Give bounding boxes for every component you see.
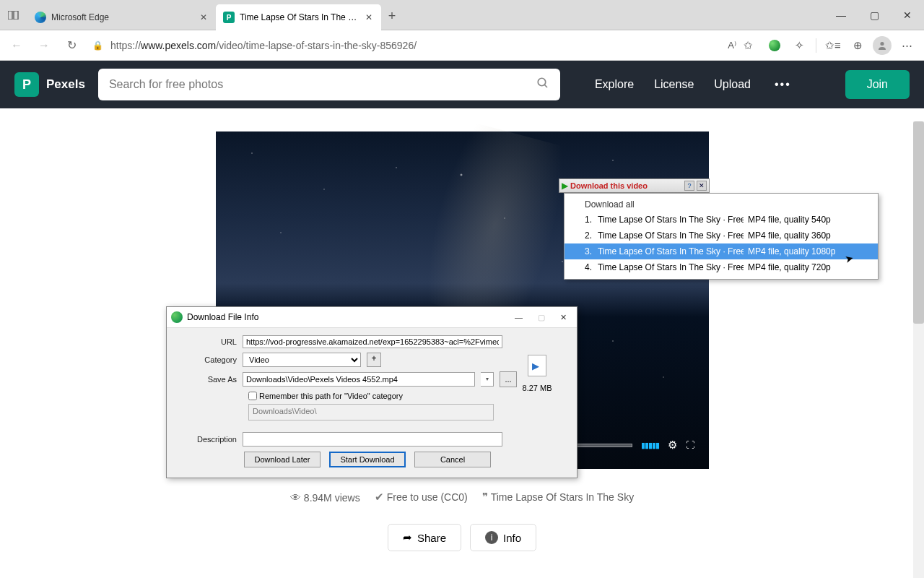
edge-logo-icon	[35, 12, 46, 23]
idm-app-icon	[171, 311, 183, 323]
volume-icon[interactable]: ▮▮▮▮▮	[641, 441, 659, 450]
download-later-button[interactable]: Download Later	[244, 452, 321, 467]
play-icon: ▶	[562, 181, 568, 191]
window-controls: — ▢ ✕	[824, 0, 924, 30]
license-stat: ✔Free to use (CC0)	[375, 491, 468, 504]
favorites-star-icon[interactable]: ✩	[744, 39, 753, 52]
download-file-info-dialog: Download File Info — ▢ ✕ URL Category Vi…	[166, 306, 578, 478]
profile-avatar[interactable]	[871, 35, 894, 56]
action-buttons: ➦Share iInfo	[388, 524, 536, 551]
fullscreen-icon[interactable]: ⛶	[686, 440, 694, 450]
svg-rect-1	[14, 11, 18, 20]
browse-button[interactable]: ...	[500, 371, 517, 387]
svg-rect-0	[8, 11, 12, 20]
vertical-scrollbar[interactable]	[913, 121, 924, 578]
pexels-logo-text: Pexels	[46, 77, 85, 92]
idm-download-menu: Download all 1.Time Lapse Of Stars In Th…	[564, 193, 879, 280]
browser-tab-edge[interactable]: Microsoft Edge ✕	[27, 4, 216, 30]
nav-explore[interactable]: Explore	[595, 78, 634, 91]
minimize-button[interactable]: —	[824, 0, 858, 30]
read-aloud-icon[interactable]: A⁾	[728, 40, 736, 51]
tab-title: Microsoft Edge	[51, 12, 109, 22]
tab-title: Time Lapse Of Stars In The Sky ·	[240, 12, 359, 22]
pexels-logo-icon: P	[14, 72, 39, 97]
video-meta-row: 👁8.94M views ✔Free to use (CC0) ❞Time La…	[290, 491, 634, 504]
svg-point-3	[538, 78, 546, 86]
dialog-close-button[interactable]: ✕	[554, 313, 572, 322]
start-download-button[interactable]: Start Download	[329, 452, 406, 467]
idm-menu-item[interactable]: 3.Time Lapse Of Stars In The Sky · Free …	[565, 243, 878, 259]
toolbar-right: ✧ ✩≡ ⊕ ⋯	[763, 35, 918, 56]
header-nav: Explore License Upload	[595, 78, 751, 91]
idm-help-button[interactable]: ?	[684, 181, 694, 191]
settings-gear-icon[interactable]: ⚙	[668, 439, 677, 452]
forward-button[interactable]: →	[33, 35, 55, 56]
category-label: Category	[175, 355, 237, 364]
separator	[816, 38, 816, 53]
share-icon: ➦	[403, 531, 412, 544]
save-as-input[interactable]	[243, 372, 475, 387]
idm-download-bar[interactable]: ▶ Download this video ? ✕	[559, 178, 710, 193]
save-as-dropdown[interactable]: ▾	[481, 372, 494, 387]
overflow-menu-button[interactable]: ⋯	[895, 35, 918, 56]
url-label: URL	[175, 337, 237, 346]
file-type-icon	[528, 355, 546, 376]
file-preview: 8.27 MB	[518, 355, 557, 392]
window-titlebar: Microsoft Edge ✕ P Time Lapse Of Stars I…	[0, 0, 924, 30]
search-input[interactable]	[109, 78, 536, 91]
dialog-titlebar[interactable]: Download File Info — ▢ ✕	[167, 307, 577, 328]
idm-menu-item[interactable]: 2.Time Lapse Of Stars In The Sky · Free …	[565, 228, 878, 243]
lock-icon: 🔒	[92, 40, 103, 51]
idm-menu-item[interactable]: 4.Time Lapse Of Stars In The Sky · Free …	[565, 259, 878, 275]
idm-bar-title: Download this video	[570, 181, 682, 190]
extensions-icon[interactable]: ✧	[788, 35, 811, 56]
pexels-favicon-icon: P	[223, 12, 235, 23]
browser-toolbar: ← → ↻ 🔒 https://www.pexels.com/video/tim…	[0, 30, 924, 61]
refresh-button[interactable]: ↻	[61, 35, 82, 56]
address-bar[interactable]: 🔒 https://www.pexels.com/video/time-laps…	[88, 35, 757, 56]
header-more-button[interactable]: •••	[775, 78, 791, 91]
idm-extension-icon[interactable]	[763, 35, 786, 56]
url-input[interactable]	[243, 335, 502, 348]
file-size-text: 8.27 MB	[518, 384, 557, 392]
collections-icon[interactable]: ⊕	[846, 35, 869, 56]
info-button[interactable]: iInfo	[470, 524, 536, 551]
add-category-button[interactable]: +	[367, 353, 381, 367]
dialog-maximize-button[interactable]: ▢	[532, 313, 550, 322]
back-button[interactable]: ←	[6, 35, 27, 56]
scroll-thumb[interactable]	[913, 121, 924, 324]
description-label: Description	[175, 435, 237, 444]
tab-close-button[interactable]: ✕	[364, 12, 374, 22]
nav-upload[interactable]: Upload	[714, 78, 751, 91]
check-icon: ✔	[375, 491, 384, 503]
search-icon[interactable]	[536, 77, 549, 93]
browser-tab-pexels[interactable]: P Time Lapse Of Stars In The Sky · ✕	[216, 4, 381, 30]
info-icon: i	[485, 531, 498, 544]
close-window-button[interactable]: ✕	[891, 0, 924, 30]
favorites-icon[interactable]: ✩≡	[821, 35, 845, 56]
download-all-item[interactable]: Download all	[565, 197, 878, 212]
tab-close-button[interactable]: ✕	[199, 12, 209, 22]
views-stat: 👁8.94M views	[290, 491, 360, 504]
svg-line-4	[544, 85, 547, 87]
dialog-title-text: Download File Info	[187, 312, 505, 322]
remember-path-label: Remember this path for "Video" category	[259, 392, 403, 400]
search-box[interactable]	[98, 69, 560, 100]
idm-close-button[interactable]: ✕	[697, 181, 707, 191]
tab-actions-button[interactable]	[0, 0, 27, 30]
new-tab-button[interactable]: +	[381, 3, 403, 30]
category-select[interactable]: Video	[243, 353, 361, 367]
maximize-button[interactable]: ▢	[858, 0, 891, 30]
dialog-minimize-button[interactable]: —	[510, 313, 528, 322]
cancel-button[interactable]: Cancel	[414, 452, 491, 467]
share-button[interactable]: ➦Share	[388, 524, 461, 551]
pexels-logo[interactable]: P Pexels	[14, 72, 85, 97]
join-button[interactable]: Join	[845, 70, 910, 99]
nav-license[interactable]: License	[654, 78, 694, 91]
idm-menu-item[interactable]: 1.Time Lapse Of Stars In The Sky · Free …	[565, 212, 878, 228]
page-content: P Pexels Explore License Upload ••• Join…	[0, 61, 924, 578]
svg-point-2	[880, 41, 884, 45]
title-stat: ❞Time Lapse Of Stars In The Sky	[482, 491, 634, 504]
description-input[interactable]	[243, 432, 502, 447]
remember-path-checkbox[interactable]	[248, 392, 257, 400]
